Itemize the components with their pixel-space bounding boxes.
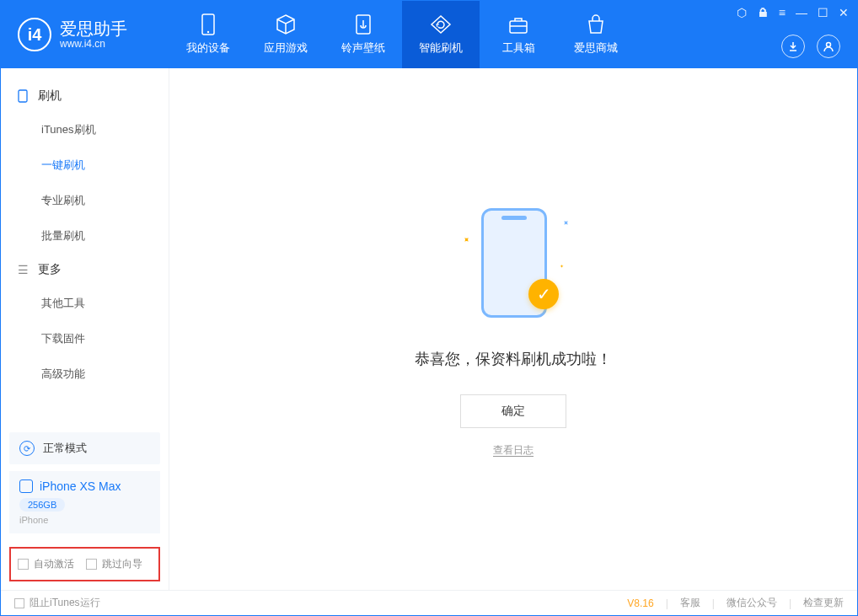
separator: | (789, 597, 791, 609)
footer: 阻止iTunes运行 V8.16 | 客服 | 微信公众号 | 检查更新 (1, 590, 857, 615)
logo-area: i4 爱思助手 www.i4.cn (1, 18, 169, 51)
phone-outline-icon (19, 479, 33, 493)
cube-icon (275, 13, 297, 35)
sidebar-section-flash[interactable]: 刷机 (1, 80, 169, 112)
svg-rect-5 (19, 90, 27, 102)
sidebar-item-other-tools[interactable]: 其他工具 (1, 286, 169, 321)
option-label: 跳过向导 (102, 557, 142, 571)
header-right-buttons (781, 35, 840, 58)
device-name-row: iPhone XS Max (19, 479, 150, 493)
mode-icon: ⟳ (19, 441, 35, 456)
view-log-link[interactable]: 查看日志 (493, 443, 534, 458)
list-icon: ☰ (16, 263, 29, 276)
separator: | (666, 597, 668, 609)
tab-toolbox[interactable]: 工具箱 (480, 1, 557, 68)
device-type: iPhone (19, 515, 150, 525)
shop-icon (585, 13, 607, 35)
sidebar-item-download-firmware[interactable]: 下载固件 (1, 321, 169, 356)
tab-label: 应用游戏 (264, 40, 308, 56)
footer-right: V8.16 | 客服 | 微信公众号 | 检查更新 (627, 596, 844, 610)
tab-ringtones[interactable]: 铃声壁纸 (324, 1, 402, 68)
device-icon (197, 13, 219, 35)
success-message: 恭喜您，保资料刷机成功啦！ (415, 349, 612, 369)
lock-icon[interactable]: 🔒︎ (757, 6, 769, 19)
mode-label: 正常模式 (43, 441, 87, 456)
download-button[interactable] (781, 35, 805, 58)
shirt-icon[interactable]: ⬡ (737, 6, 747, 19)
sidebar-item-advanced[interactable]: 高级功能 (1, 356, 169, 392)
tab-label: 铃声壁纸 (341, 40, 385, 56)
wechat-link[interactable]: 微信公众号 (727, 596, 777, 610)
sidebar-item-batch-flash[interactable]: 批量刷机 (1, 218, 169, 254)
tab-label: 工具箱 (502, 40, 535, 56)
sparkle-icon: ✦ (560, 263, 564, 269)
sidebar-item-one-click-flash[interactable]: 一键刷机 (1, 147, 169, 183)
app-header: i4 爱思助手 www.i4.cn 我的设备 应用游戏 铃声壁纸 智能刷机 工具… (1, 1, 857, 68)
checkmark-badge-icon: ✓ (528, 279, 559, 309)
checkbox-stop-itunes[interactable]: 阻止iTunes运行 (14, 596, 100, 610)
section-title: 更多 (38, 262, 62, 277)
sidebar-scroll: 刷机 iTunes刷机 一键刷机 专业刷机 批量刷机 ☰ 更多 其他工具 下载固… (1, 68, 169, 426)
options-row: 自动激活 跳过向导 (9, 547, 160, 581)
tab-shop[interactable]: 爱思商城 (557, 1, 635, 68)
checkbox-icon (18, 559, 29, 570)
device-detail-box[interactable]: iPhone XS Max 256GB iPhone (9, 471, 160, 533)
minimize-icon[interactable]: — (796, 6, 807, 19)
sidebar-item-pro-flash[interactable]: 专业刷机 (1, 183, 169, 218)
sidebar: 刷机 iTunes刷机 一键刷机 专业刷机 批量刷机 ☰ 更多 其他工具 下载固… (1, 68, 169, 590)
app-name: 爱思助手 (60, 19, 127, 38)
ok-button[interactable]: 确定 (460, 394, 566, 428)
phone-icon (16, 89, 29, 103)
device-name: iPhone XS Max (40, 479, 121, 493)
tab-label: 智能刷机 (419, 40, 463, 56)
sidebar-section-more[interactable]: ☰ 更多 (1, 254, 169, 286)
app-url: www.i4.cn (60, 38, 127, 50)
section-title: 刷机 (38, 88, 62, 104)
tab-apps-games[interactable]: 应用游戏 (247, 1, 324, 68)
tab-flash[interactable]: 智能刷机 (402, 1, 480, 68)
option-label: 自动激活 (34, 557, 74, 571)
checkbox-icon (14, 598, 24, 608)
svg-point-4 (827, 43, 831, 47)
footer-option-label: 阻止iTunes运行 (29, 596, 100, 610)
svg-rect-3 (510, 21, 527, 33)
storage-badge: 256GB (19, 498, 65, 512)
logo-icon: i4 (18, 18, 51, 51)
window-controls: ⬡ 🔒︎ ≡ — ☐ ✕ (737, 6, 849, 19)
tab-label: 我的设备 (186, 40, 230, 56)
checkbox-auto-activate[interactable]: 自动激活 (18, 557, 74, 571)
main-content: ✓ ✦ ✦ ✦ 恭喜您，保资料刷机成功啦！ 确定 查看日志 (169, 68, 857, 590)
music-icon (352, 13, 374, 35)
menu-icon[interactable]: ≡ (779, 6, 786, 19)
nav-tabs: 我的设备 应用游戏 铃声壁纸 智能刷机 工具箱 爱思商城 (169, 1, 635, 68)
separator: | (712, 597, 715, 609)
app-body: 刷机 iTunes刷机 一键刷机 专业刷机 批量刷机 ☰ 更多 其他工具 下载固… (1, 68, 857, 590)
checkbox-icon (86, 559, 97, 570)
user-button[interactable] (817, 35, 840, 58)
checkbox-skip-guide[interactable]: 跳过向导 (86, 557, 142, 571)
success-illustration: ✓ ✦ ✦ ✦ (463, 201, 564, 328)
tab-label: 爱思商城 (574, 40, 618, 56)
logo-text: 爱思助手 www.i4.cn (60, 19, 127, 50)
sidebar-item-itunes-flash[interactable]: iTunes刷机 (1, 112, 169, 147)
svg-point-1 (207, 31, 209, 33)
sparkle-icon: ✦ (460, 233, 471, 244)
refresh-icon (430, 13, 452, 35)
device-mode-box[interactable]: ⟳ 正常模式 (9, 432, 160, 464)
check-update-link[interactable]: 检查更新 (803, 596, 844, 610)
close-icon[interactable]: ✕ (839, 6, 849, 19)
maximize-icon[interactable]: ☐ (818, 6, 829, 19)
tab-my-device[interactable]: 我的设备 (169, 1, 247, 68)
toolbox-icon (507, 13, 529, 35)
version-label: V8.16 (627, 597, 653, 609)
sparkle-icon: ✦ (560, 217, 571, 228)
support-link[interactable]: 客服 (680, 596, 700, 610)
